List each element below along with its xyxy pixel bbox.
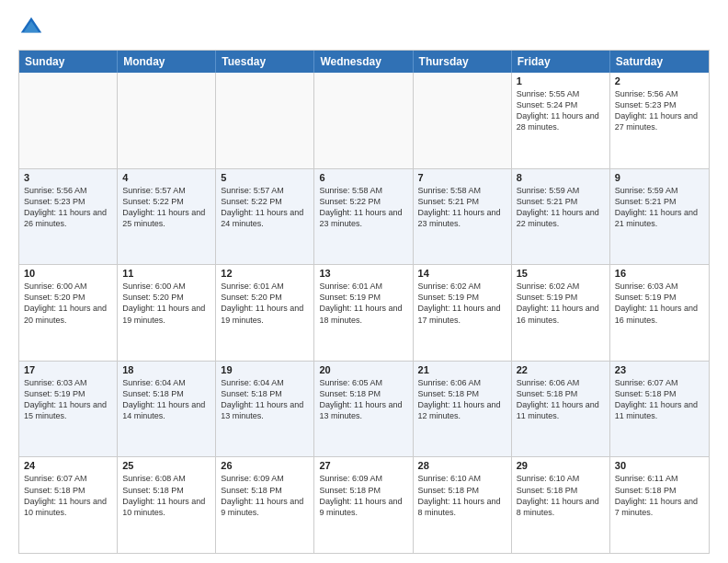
cell-info: Sunrise: 6:00 AM Sunset: 5:20 PM Dayligh…	[24, 281, 112, 326]
day-number: 17	[24, 364, 112, 375]
day-number: 25	[122, 460, 210, 471]
day-number: 15	[517, 268, 605, 279]
calendar-cell-r3-c1: 18Sunrise: 6:04 AM Sunset: 5:18 PM Dayli…	[118, 362, 216, 457]
calendar-cell-r4-c5: 29Sunrise: 6:10 AM Sunset: 5:18 PM Dayli…	[512, 457, 610, 553]
calendar-row-1: 1Sunrise: 5:55 AM Sunset: 5:24 PM Daylig…	[19, 73, 709, 169]
day-number: 14	[418, 268, 506, 279]
day-number: 23	[615, 364, 704, 375]
day-number: 28	[418, 460, 506, 471]
day-number: 21	[418, 364, 506, 375]
calendar-cell-r0-c3	[314, 73, 413, 168]
calendar-cell-r0-c4	[414, 73, 512, 168]
cell-info: Sunrise: 6:06 AM Sunset: 5:18 PM Dayligh…	[517, 377, 605, 422]
calendar-cell-r2-c6: 16Sunrise: 6:03 AM Sunset: 5:19 PM Dayli…	[610, 265, 709, 361]
day-number: 4	[122, 172, 210, 183]
cell-info: Sunrise: 5:58 AM Sunset: 5:21 PM Dayligh…	[418, 185, 506, 230]
day-number: 29	[517, 460, 605, 471]
header-saturday: Saturday	[610, 51, 709, 73]
cell-info: Sunrise: 6:04 AM Sunset: 5:18 PM Dayligh…	[122, 377, 210, 422]
calendar-body: 1Sunrise: 5:55 AM Sunset: 5:24 PM Daylig…	[19, 73, 709, 553]
header-wednesday: Wednesday	[314, 51, 413, 73]
page: Sunday Monday Tuesday Wednesday Thursday…	[0, 0, 728, 563]
day-number: 7	[418, 172, 506, 183]
calendar-cell-r2-c3: 13Sunrise: 6:01 AM Sunset: 5:19 PM Dayli…	[314, 265, 413, 361]
calendar-cell-r3-c6: 23Sunrise: 6:07 AM Sunset: 5:18 PM Dayli…	[610, 362, 709, 457]
calendar-cell-r1-c5: 8Sunrise: 5:59 AM Sunset: 5:21 PM Daylig…	[512, 169, 610, 265]
calendar-cell-r4-c6: 30Sunrise: 6:11 AM Sunset: 5:18 PM Dayli…	[610, 457, 709, 553]
logo	[18, 15, 48, 40]
calendar-cell-r0-c0	[19, 73, 118, 168]
day-number: 8	[517, 172, 605, 183]
calendar-cell-r1-c6: 9Sunrise: 5:59 AM Sunset: 5:21 PM Daylig…	[610, 169, 709, 265]
calendar-cell-r2-c1: 11Sunrise: 6:00 AM Sunset: 5:20 PM Dayli…	[118, 265, 216, 361]
header-tuesday: Tuesday	[216, 51, 314, 73]
calendar-cell-r2-c2: 12Sunrise: 6:01 AM Sunset: 5:20 PM Dayli…	[216, 265, 314, 361]
day-number: 5	[221, 172, 309, 183]
cell-info: Sunrise: 5:56 AM Sunset: 5:23 PM Dayligh…	[615, 88, 704, 133]
day-number: 27	[319, 460, 407, 471]
day-number: 11	[122, 268, 210, 279]
cell-info: Sunrise: 6:04 AM Sunset: 5:18 PM Dayligh…	[221, 377, 309, 422]
day-number: 22	[517, 364, 605, 375]
cell-info: Sunrise: 6:09 AM Sunset: 5:18 PM Dayligh…	[319, 473, 407, 518]
calendar-cell-r3-c3: 20Sunrise: 6:05 AM Sunset: 5:18 PM Dayli…	[314, 362, 413, 457]
day-number: 24	[24, 460, 112, 471]
cell-info: Sunrise: 6:10 AM Sunset: 5:18 PM Dayligh…	[418, 473, 506, 518]
day-number: 6	[319, 172, 407, 183]
cell-info: Sunrise: 6:02 AM Sunset: 5:19 PM Dayligh…	[517, 281, 605, 326]
logo-icon	[18, 15, 44, 40]
cell-info: Sunrise: 5:58 AM Sunset: 5:22 PM Dayligh…	[319, 185, 407, 230]
calendar-cell-r4-c2: 26Sunrise: 6:09 AM Sunset: 5:18 PM Dayli…	[216, 457, 314, 553]
calendar-cell-r0-c5: 1Sunrise: 5:55 AM Sunset: 5:24 PM Daylig…	[512, 73, 610, 168]
calendar-cell-r4-c1: 25Sunrise: 6:08 AM Sunset: 5:18 PM Dayli…	[118, 457, 216, 553]
header-sunday: Sunday	[19, 51, 118, 73]
calendar-cell-r1-c3: 6Sunrise: 5:58 AM Sunset: 5:22 PM Daylig…	[314, 169, 413, 265]
day-number: 16	[615, 268, 704, 279]
cell-info: Sunrise: 6:07 AM Sunset: 5:18 PM Dayligh…	[615, 377, 704, 422]
cell-info: Sunrise: 6:07 AM Sunset: 5:18 PM Dayligh…	[24, 473, 112, 518]
day-number: 2	[615, 75, 704, 86]
cell-info: Sunrise: 5:55 AM Sunset: 5:24 PM Dayligh…	[517, 88, 605, 133]
calendar-cell-r1-c0: 3Sunrise: 5:56 AM Sunset: 5:23 PM Daylig…	[19, 169, 118, 265]
cell-info: Sunrise: 6:03 AM Sunset: 5:19 PM Dayligh…	[615, 281, 704, 326]
cell-info: Sunrise: 6:06 AM Sunset: 5:18 PM Dayligh…	[418, 377, 506, 422]
calendar-cell-r1-c2: 5Sunrise: 5:57 AM Sunset: 5:22 PM Daylig…	[216, 169, 314, 265]
day-number: 12	[221, 268, 309, 279]
cell-info: Sunrise: 6:02 AM Sunset: 5:19 PM Dayligh…	[418, 281, 506, 326]
header-friday: Friday	[512, 51, 610, 73]
cell-info: Sunrise: 6:01 AM Sunset: 5:19 PM Dayligh…	[319, 281, 407, 326]
calendar-cell-r4-c0: 24Sunrise: 6:07 AM Sunset: 5:18 PM Dayli…	[19, 457, 118, 553]
calendar-row-2: 3Sunrise: 5:56 AM Sunset: 5:23 PM Daylig…	[19, 169, 709, 266]
calendar-row-4: 17Sunrise: 6:03 AM Sunset: 5:19 PM Dayli…	[19, 362, 709, 458]
calendar-cell-r0-c6: 2Sunrise: 5:56 AM Sunset: 5:23 PM Daylig…	[610, 73, 709, 168]
day-number: 20	[319, 364, 407, 375]
calendar-cell-r0-c1	[118, 73, 216, 168]
calendar-cell-r1-c1: 4Sunrise: 5:57 AM Sunset: 5:22 PM Daylig…	[118, 169, 216, 265]
calendar-cell-r3-c2: 19Sunrise: 6:04 AM Sunset: 5:18 PM Dayli…	[216, 362, 314, 457]
cell-info: Sunrise: 5:57 AM Sunset: 5:22 PM Dayligh…	[221, 185, 309, 230]
calendar-row-3: 10Sunrise: 6:00 AM Sunset: 5:20 PM Dayli…	[19, 265, 709, 362]
cell-info: Sunrise: 6:01 AM Sunset: 5:20 PM Dayligh…	[221, 281, 309, 326]
calendar-header: Sunday Monday Tuesday Wednesday Thursday…	[19, 51, 709, 73]
day-number: 30	[615, 460, 704, 471]
cell-info: Sunrise: 6:11 AM Sunset: 5:18 PM Dayligh…	[615, 473, 704, 518]
calendar-cell-r2-c4: 14Sunrise: 6:02 AM Sunset: 5:19 PM Dayli…	[414, 265, 512, 361]
day-number: 18	[122, 364, 210, 375]
day-number: 1	[517, 75, 605, 86]
header-thursday: Thursday	[414, 51, 512, 73]
cell-info: Sunrise: 5:59 AM Sunset: 5:21 PM Dayligh…	[615, 185, 704, 230]
calendar-cell-r2-c5: 15Sunrise: 6:02 AM Sunset: 5:19 PM Dayli…	[512, 265, 610, 361]
day-number: 3	[24, 172, 112, 183]
day-number: 19	[221, 364, 309, 375]
calendar-row-5: 24Sunrise: 6:07 AM Sunset: 5:18 PM Dayli…	[19, 457, 709, 553]
header-monday: Monday	[118, 51, 216, 73]
day-number: 9	[615, 172, 704, 183]
cell-info: Sunrise: 6:09 AM Sunset: 5:18 PM Dayligh…	[221, 473, 309, 518]
calendar-cell-r4-c3: 27Sunrise: 6:09 AM Sunset: 5:18 PM Dayli…	[314, 457, 413, 553]
calendar-cell-r3-c5: 22Sunrise: 6:06 AM Sunset: 5:18 PM Dayli…	[512, 362, 610, 457]
cell-info: Sunrise: 6:10 AM Sunset: 5:18 PM Dayligh…	[517, 473, 605, 518]
cell-info: Sunrise: 5:57 AM Sunset: 5:22 PM Dayligh…	[122, 185, 210, 230]
calendar-cell-r2-c0: 10Sunrise: 6:00 AM Sunset: 5:20 PM Dayli…	[19, 265, 118, 361]
calendar-cell-r0-c2	[216, 73, 314, 168]
cell-info: Sunrise: 6:03 AM Sunset: 5:19 PM Dayligh…	[24, 377, 112, 422]
